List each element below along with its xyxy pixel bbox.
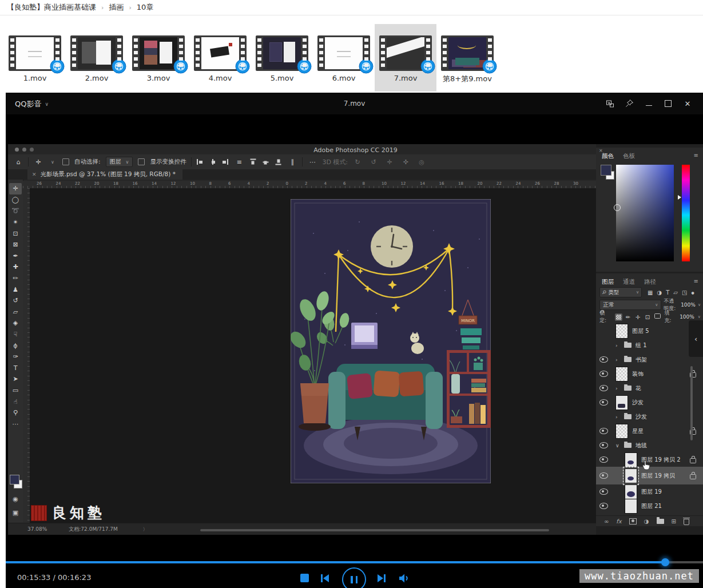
more-options-icon[interactable]: ⋯ <box>308 158 317 166</box>
visibility-toggle[interactable] <box>596 385 611 391</box>
color-swatches[interactable] <box>10 475 22 492</box>
distribute-h-icon[interactable]: ∥ <box>288 158 297 166</box>
magic-wand-tool[interactable]: ✴ <box>9 217 22 228</box>
layer-row[interactable]: ›书架 <box>596 352 703 367</box>
history-brush-tool[interactable]: ↺ <box>9 295 22 307</box>
filter-type-layers-icon[interactable]: T <box>666 289 669 296</box>
filter-pixel-layers-icon[interactable]: ▦ <box>648 289 653 296</box>
minimize-button[interactable] <box>639 93 658 114</box>
player-app-menu[interactable]: QQ影音 ∨ <box>15 99 49 109</box>
eyedropper-tool[interactable]: ✒ <box>9 251 22 262</box>
foreground-color-swatch[interactable] <box>10 475 19 484</box>
auto-select-dropdown[interactable]: 图层 ∨ <box>106 157 133 167</box>
blend-mode-dropdown[interactable]: 正常 ∨ <box>599 300 661 310</box>
visibility-toggle[interactable] <box>596 472 611 479</box>
shape-tool[interactable]: ▭ <box>9 385 22 396</box>
ps-canvas-area[interactable]: MINOR <box>30 188 596 523</box>
player-titlebar[interactable]: QQ影音 ∨ 7.mov ✕ <box>6 93 703 114</box>
visibility-toggle[interactable] <box>596 356 611 363</box>
hue-slider-marker[interactable] <box>678 195 681 200</box>
file-thumbnail[interactable]: 第8+第9.mov <box>436 24 498 92</box>
brush-tool[interactable]: ✏ <box>9 273 22 284</box>
color-field[interactable] <box>616 165 674 261</box>
crop-tool[interactable]: ⊡ <box>9 228 22 239</box>
layers-scrollbar[interactable] <box>690 366 693 440</box>
align-middle-icon[interactable] <box>263 159 269 165</box>
tab-layers[interactable]: 图层 <box>602 278 614 286</box>
layer-row[interactable]: ∨地毯 <box>596 438 703 452</box>
layer-row[interactable]: 图层 19 <box>596 484 703 499</box>
chevron-down-icon[interactable]: ∨ <box>48 160 57 165</box>
eraser-tool[interactable]: ▱ <box>9 307 22 318</box>
new-layer-icon[interactable]: ⊞ <box>672 518 676 525</box>
move-tool[interactable]: ✛ <box>9 183 22 194</box>
visibility-toggle[interactable] <box>596 442 611 448</box>
lock-artboard-icon[interactable]: ⊡ <box>644 313 652 321</box>
file-thumbnail[interactable]: 4.mov <box>189 24 251 92</box>
panel-collapse-button[interactable]: ‹ <box>689 320 703 357</box>
file-thumbnail[interactable]: 2.mov <box>66 24 128 92</box>
zoom-level[interactable]: 37.08% <box>27 526 47 532</box>
pause-button[interactable] <box>342 567 366 588</box>
file-thumbnail[interactable]: 3.mov <box>128 24 189 92</box>
tab-swatches[interactable]: 色板 <box>623 152 635 160</box>
auto-select-checkbox[interactable] <box>62 158 69 165</box>
layer-row[interactable]: 装饰 <box>596 367 703 381</box>
path-select-tool[interactable]: ➤ <box>9 374 22 385</box>
layer-row[interactable]: 星星 <box>596 424 703 438</box>
lock-transparent-icon[interactable] <box>615 313 622 321</box>
move-tool-option-icon[interactable]: ✛ <box>34 158 43 166</box>
status-chevron-icon[interactable]: 〉 <box>143 526 148 533</box>
link-layers-icon[interactable]: ∞ <box>604 518 609 525</box>
frame-tool[interactable]: ⊠ <box>9 239 22 251</box>
align-right-icon[interactable] <box>222 159 228 165</box>
progress-bar[interactable] <box>6 561 703 563</box>
screen-mode-icon[interactable]: ▣ <box>8 509 23 517</box>
color-picker-marker[interactable] <box>614 204 621 211</box>
filter-adjustment-layers-icon[interactable]: ◑ <box>657 289 662 296</box>
dodge-tool[interactable]: ϕ <box>9 340 22 351</box>
align-center-h-icon[interactable] <box>209 159 216 165</box>
type-tool[interactable]: T <box>9 363 22 374</box>
progress-knob[interactable] <box>661 558 669 566</box>
lock-position-icon[interactable]: ✛ <box>634 313 642 321</box>
distribute-v-icon[interactable]: ≡ <box>235 158 244 166</box>
document-tab[interactable]: ✕ 光影场景.psd @ 37.1% (图层 19 拷贝, RGB/8) * <box>27 169 182 180</box>
close-button[interactable]: ✕ <box>678 93 697 114</box>
chevron-down-icon[interactable]: ∨ <box>698 315 701 319</box>
panel-menu-icon[interactable]: ≡ <box>694 152 698 158</box>
filter-shape-layers-icon[interactable]: ▱ <box>673 289 678 296</box>
hue-slider[interactable] <box>682 165 690 261</box>
tab-paths[interactable]: 路径 <box>644 278 656 286</box>
filter-smart-objects-icon[interactable]: ◳ <box>682 289 687 296</box>
previous-button[interactable] <box>319 573 331 584</box>
new-group-icon[interactable] <box>657 519 664 524</box>
visibility-toggle[interactable] <box>596 503 611 509</box>
align-top-icon[interactable] <box>251 159 256 165</box>
panel-menu-icon[interactable]: ≡ <box>694 278 698 284</box>
pen-tool[interactable]: ✑ <box>9 351 22 363</box>
marquee-tool[interactable]: ◯ <box>9 194 22 206</box>
visibility-toggle[interactable] <box>596 399 611 406</box>
tab-channels[interactable]: 通道 <box>623 278 635 286</box>
zoom-tool[interactable]: ⚲ <box>9 407 22 419</box>
layer-row[interactable]: ›花 <box>596 381 703 395</box>
volume-button[interactable] <box>398 573 410 584</box>
next-button[interactable] <box>376 573 387 584</box>
layer-mask-icon[interactable] <box>629 518 637 525</box>
lasso-tool[interactable]: ➰ <box>9 205 22 217</box>
quick-mask-icon[interactable]: ◉ <box>8 495 23 503</box>
layer-row[interactable]: ›组 1 <box>596 338 703 352</box>
breadcrumb-item-folder[interactable]: 插画 <box>109 2 124 13</box>
breadcrumb-item-course[interactable]: 【良知塾】商业插画基础课 <box>7 2 96 13</box>
group-arrow-icon[interactable]: › <box>615 414 620 420</box>
mini-mode-button[interactable] <box>600 93 619 114</box>
group-arrow-icon[interactable]: ∨ <box>615 443 620 448</box>
visibility-toggle[interactable] <box>596 428 611 434</box>
gradient-tool[interactable]: ◈ <box>9 317 22 329</box>
tab-color[interactable]: 颜色 <box>602 152 614 160</box>
file-thumbnail[interactable]: 5.mov <box>251 24 313 92</box>
smudge-tool[interactable]: ☟ <box>9 329 22 340</box>
group-arrow-icon[interactable]: › <box>615 357 620 363</box>
visibility-toggle[interactable] <box>596 456 611 463</box>
